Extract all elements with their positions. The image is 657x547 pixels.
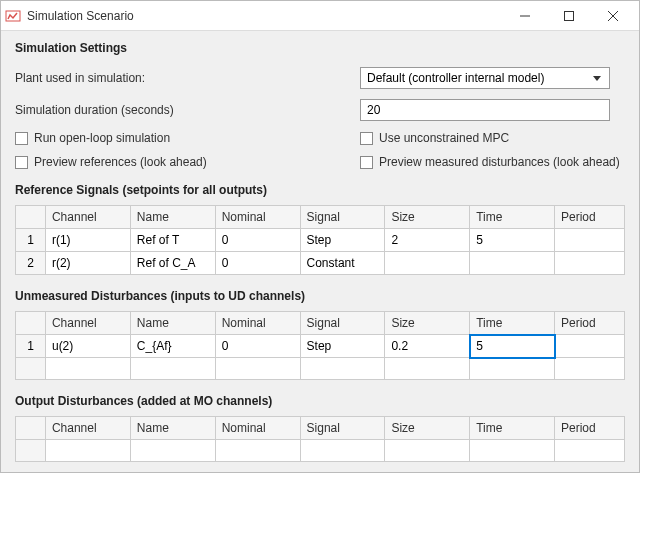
open-loop-label: Run open-loop simulation bbox=[34, 131, 170, 145]
output-disturbances-table: Channel Name Nominal Signal Size Time Pe… bbox=[15, 416, 625, 462]
col-name: Name bbox=[130, 206, 215, 229]
unconstrained-label: Use unconstrained MPC bbox=[379, 131, 509, 145]
col-time: Time bbox=[470, 312, 555, 335]
cell-size[interactable] bbox=[385, 252, 470, 275]
table-row[interactable]: 1 u(2) C_{Af} 0 Step 0.2 5 bbox=[16, 335, 625, 358]
content-area: Simulation Settings Plant used in simula… bbox=[1, 31, 639, 472]
col-name: Name bbox=[130, 417, 215, 440]
ud-heading: Unmeasured Disturbances (inputs to UD ch… bbox=[15, 289, 625, 303]
open-loop-checkbox[interactable] bbox=[15, 132, 28, 145]
cell-time[interactable]: 5 bbox=[470, 335, 555, 358]
preview-md-checkbox[interactable] bbox=[360, 156, 373, 169]
col-channel: Channel bbox=[45, 417, 130, 440]
col-size: Size bbox=[385, 206, 470, 229]
cell-signal[interactable]: Constant bbox=[300, 252, 385, 275]
window-buttons bbox=[503, 1, 635, 31]
row-number: 1 bbox=[16, 335, 46, 358]
col-name: Name bbox=[130, 312, 215, 335]
col-signal: Signal bbox=[300, 312, 385, 335]
close-button[interactable] bbox=[591, 1, 635, 31]
preview-ref-checkbox[interactable] bbox=[15, 156, 28, 169]
col-channel: Channel bbox=[45, 312, 130, 335]
preview-md-label: Preview measured disturbances (look ahea… bbox=[379, 155, 620, 169]
col-nominal: Nominal bbox=[215, 206, 300, 229]
app-icon bbox=[5, 8, 21, 24]
ref-heading: Reference Signals (setpoints for all out… bbox=[15, 183, 625, 197]
cell-nominal[interactable]: 0 bbox=[215, 335, 300, 358]
cell-name[interactable]: C_{Af} bbox=[130, 335, 215, 358]
duration-input[interactable] bbox=[360, 99, 610, 121]
table-header-row: Channel Name Nominal Signal Size Time Pe… bbox=[16, 206, 625, 229]
cell-signal[interactable]: Step bbox=[300, 229, 385, 252]
preview-ref-label: Preview references (look ahead) bbox=[34, 155, 207, 169]
unmeasured-disturbances-table: Channel Name Nominal Signal Size Time Pe… bbox=[15, 311, 625, 380]
table-row[interactable] bbox=[16, 440, 625, 462]
cell-period[interactable] bbox=[555, 252, 625, 275]
row-number: 2 bbox=[16, 252, 46, 275]
col-signal: Signal bbox=[300, 206, 385, 229]
col-period: Period bbox=[555, 417, 625, 440]
table-row[interactable]: 1 r(1) Ref of T 0 Step 2 5 bbox=[16, 229, 625, 252]
cell-period[interactable] bbox=[555, 335, 625, 358]
unconstrained-checkbox[interactable] bbox=[360, 132, 373, 145]
cell-period[interactable] bbox=[555, 229, 625, 252]
svg-rect-2 bbox=[565, 11, 574, 20]
maximize-button[interactable] bbox=[547, 1, 591, 31]
cell-nominal[interactable]: 0 bbox=[215, 252, 300, 275]
col-period: Period bbox=[555, 206, 625, 229]
cell-time[interactable]: 5 bbox=[470, 229, 555, 252]
cell-size[interactable]: 0.2 bbox=[385, 335, 470, 358]
cell-name[interactable]: Ref of C_A bbox=[130, 252, 215, 275]
cell-size[interactable]: 2 bbox=[385, 229, 470, 252]
table-row[interactable]: 2 r(2) Ref of C_A 0 Constant bbox=[16, 252, 625, 275]
titlebar: Simulation Scenario bbox=[1, 1, 639, 31]
col-time: Time bbox=[470, 206, 555, 229]
cell-name[interactable]: Ref of T bbox=[130, 229, 215, 252]
cell-channel[interactable]: u(2) bbox=[45, 335, 130, 358]
col-channel: Channel bbox=[45, 206, 130, 229]
od-heading: Output Disturbances (added at MO channel… bbox=[15, 394, 625, 408]
cell-channel[interactable]: r(2) bbox=[45, 252, 130, 275]
col-nominal: Nominal bbox=[215, 312, 300, 335]
table-header-row: Channel Name Nominal Signal Size Time Pe… bbox=[16, 312, 625, 335]
col-size: Size bbox=[385, 417, 470, 440]
row-number: 1 bbox=[16, 229, 46, 252]
cell-nominal[interactable]: 0 bbox=[215, 229, 300, 252]
minimize-button[interactable] bbox=[503, 1, 547, 31]
col-period: Period bbox=[555, 312, 625, 335]
plant-label: Plant used in simulation: bbox=[15, 71, 145, 85]
window-title: Simulation Scenario bbox=[27, 9, 503, 23]
table-row[interactable] bbox=[16, 358, 625, 380]
table-header-row: Channel Name Nominal Signal Size Time Pe… bbox=[16, 417, 625, 440]
duration-label: Simulation duration (seconds) bbox=[15, 103, 174, 117]
plant-select-value: Default (controller internal model) bbox=[367, 71, 544, 85]
simulation-scenario-window: Simulation Scenario Simulation Settings … bbox=[0, 0, 640, 473]
col-nominal: Nominal bbox=[215, 417, 300, 440]
col-size: Size bbox=[385, 312, 470, 335]
reference-signals-table: Channel Name Nominal Signal Size Time Pe… bbox=[15, 205, 625, 275]
settings-heading: Simulation Settings bbox=[15, 41, 625, 55]
col-time: Time bbox=[470, 417, 555, 440]
cell-time[interactable] bbox=[470, 252, 555, 275]
plant-select[interactable]: Default (controller internal model) bbox=[360, 67, 610, 89]
svg-rect-0 bbox=[6, 11, 20, 21]
cell-channel[interactable]: r(1) bbox=[45, 229, 130, 252]
col-signal: Signal bbox=[300, 417, 385, 440]
cell-signal[interactable]: Step bbox=[300, 335, 385, 358]
